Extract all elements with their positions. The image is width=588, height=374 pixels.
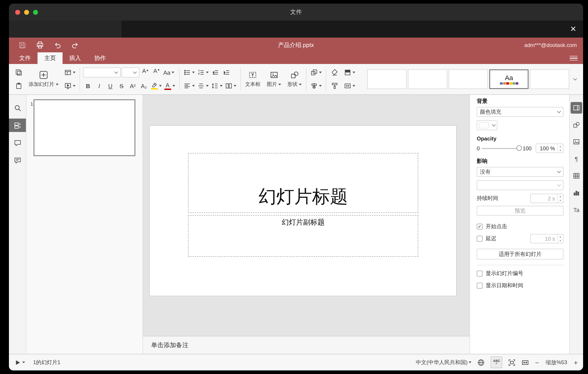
transition-effect-select[interactable]: 没有 bbox=[477, 167, 563, 177]
theme-option[interactable] bbox=[530, 69, 569, 89]
zoom-out-button[interactable]: − bbox=[535, 359, 539, 366]
preview-button[interactable]: 预览 bbox=[477, 206, 563, 216]
copy-button[interactable] bbox=[13, 67, 24, 78]
background-color-picker[interactable] bbox=[477, 120, 497, 130]
table-settings-button[interactable] bbox=[571, 170, 582, 182]
spinner-down-icon[interactable]: ▼ bbox=[558, 239, 563, 243]
opacity-spinner[interactable]: 100 % ▲▼ bbox=[536, 143, 563, 153]
superscript-button[interactable]: A² bbox=[127, 81, 138, 91]
slide-settings-button[interactable] bbox=[571, 102, 582, 114]
notes-area[interactable]: 单击添加备注 bbox=[143, 336, 470, 354]
chart-settings-button[interactable] bbox=[571, 187, 582, 199]
comments-panel-button[interactable] bbox=[9, 136, 26, 149]
slider-track[interactable] bbox=[482, 148, 521, 149]
subscript-button[interactable]: A₂ bbox=[139, 81, 149, 91]
language-select[interactable]: 中文(中华人民共和国) bbox=[416, 359, 472, 366]
close-icon[interactable]: ✕ bbox=[570, 25, 577, 33]
show-slide-number-checkbox[interactable] bbox=[477, 271, 483, 276]
theme-option[interactable] bbox=[449, 69, 488, 89]
minimize-traffic-light[interactable] bbox=[24, 10, 29, 14]
theme-gallery-expand-button[interactable] bbox=[571, 69, 579, 89]
apply-to-all-slides-button[interactable]: 适用于所有幻灯片 bbox=[477, 249, 563, 259]
bullets-button[interactable] bbox=[182, 67, 196, 78]
color-scheme-button[interactable] bbox=[343, 67, 356, 78]
font-color-button[interactable]: A bbox=[163, 81, 176, 91]
horizontal-align-button[interactable] bbox=[182, 81, 196, 91]
delay-spinner[interactable]: 10 s ▲▼ bbox=[530, 234, 563, 243]
increase-font-size-button[interactable]: A▴ bbox=[140, 67, 150, 78]
insert-shape-button[interactable]: 形状 bbox=[284, 65, 305, 93]
slide-size-button[interactable] bbox=[343, 81, 356, 91]
insert-textbox-button[interactable]: 文本框 bbox=[242, 65, 264, 93]
set-document-language-button[interactable] bbox=[477, 359, 485, 366]
transition-variant-select[interactable] bbox=[477, 180, 563, 190]
theme-option[interactable] bbox=[367, 69, 407, 89]
zoom-traffic-light[interactable] bbox=[33, 10, 38, 14]
image-settings-button[interactable] bbox=[571, 136, 582, 148]
align-shape-button[interactable] bbox=[310, 81, 323, 91]
insert-image-button[interactable]: 图片 bbox=[264, 65, 284, 93]
add-slide-button[interactable]: 添加幻灯片 bbox=[25, 65, 62, 93]
textart-settings-button[interactable]: Ta bbox=[571, 204, 582, 216]
tab-collaboration[interactable]: 协作 bbox=[88, 52, 113, 64]
highlight-color-button[interactable] bbox=[150, 81, 162, 91]
font-size-select[interactable] bbox=[121, 67, 139, 77]
start-slideshow-status-button[interactable] bbox=[14, 359, 25, 366]
strikethrough-button[interactable]: S bbox=[116, 81, 127, 91]
chat-panel-button[interactable] bbox=[9, 154, 26, 167]
spinner-down-icon[interactable]: ▼ bbox=[558, 198, 563, 203]
undo-button[interactable] bbox=[54, 41, 61, 49]
tab-home[interactable]: 主页 bbox=[38, 52, 63, 64]
subtitle-placeholder[interactable]: 幻灯片副标题 bbox=[188, 215, 418, 257]
arrange-shape-button[interactable] bbox=[310, 67, 323, 78]
start-on-click-checkbox[interactable]: ✓ bbox=[477, 224, 483, 230]
change-layout-button[interactable] bbox=[63, 67, 76, 78]
title-placeholder[interactable]: 幻灯片标题 bbox=[188, 153, 418, 213]
show-datetime-checkbox[interactable] bbox=[477, 283, 483, 288]
slider-knob[interactable] bbox=[516, 145, 522, 151]
bold-button[interactable]: B bbox=[83, 81, 93, 91]
slide-thumbnail[interactable] bbox=[33, 99, 135, 156]
decrease-font-size-button[interactable]: A▾ bbox=[151, 67, 161, 78]
background-fill-select[interactable]: 颜色填充 bbox=[477, 107, 563, 117]
increase-indent-button[interactable] bbox=[221, 67, 232, 78]
zoom-in-button[interactable]: + bbox=[574, 359, 578, 366]
copy-style-button[interactable] bbox=[329, 81, 340, 91]
search-panel-button[interactable] bbox=[9, 101, 26, 115]
line-spacing-button[interactable] bbox=[210, 81, 223, 91]
decrease-indent-button[interactable] bbox=[210, 67, 220, 78]
redo-button[interactable] bbox=[72, 41, 79, 49]
close-traffic-light[interactable] bbox=[15, 10, 20, 14]
spinner-down-icon[interactable]: ▼ bbox=[558, 148, 563, 153]
paste-button[interactable] bbox=[13, 81, 24, 91]
change-case-button[interactable]: Aa bbox=[162, 67, 175, 78]
clear-style-button[interactable] bbox=[329, 67, 340, 78]
vertical-align-button[interactable] bbox=[196, 81, 209, 91]
columns-button[interactable] bbox=[224, 81, 237, 91]
theme-option[interactable] bbox=[408, 69, 447, 89]
tab-insert[interactable]: 插入 bbox=[63, 52, 88, 64]
shape-settings-button[interactable] bbox=[571, 119, 582, 131]
paragraph-settings-button[interactable]: ¶ bbox=[571, 153, 582, 165]
slide[interactable]: 幻灯片标题 幻灯片副标题 bbox=[150, 126, 456, 296]
fit-slide-button[interactable] bbox=[508, 359, 516, 366]
spinner-up-icon[interactable]: ▲ bbox=[558, 144, 563, 148]
view-settings-button[interactable] bbox=[570, 55, 578, 62]
spell-check-toggle[interactable]: ABC ✓ bbox=[491, 357, 503, 368]
spinner-up-icon[interactable]: ▲ bbox=[558, 234, 563, 239]
start-slideshow-button[interactable] bbox=[63, 81, 76, 91]
font-name-select[interactable] bbox=[83, 67, 120, 77]
save-button[interactable] bbox=[19, 41, 26, 49]
opacity-slider[interactable] bbox=[482, 145, 521, 151]
slides-panel-button[interactable] bbox=[9, 119, 26, 132]
numbering-button[interactable] bbox=[196, 67, 209, 78]
spinner-up-icon[interactable]: ▲ bbox=[558, 194, 563, 198]
duration-spinner[interactable]: 2 s ▲▼ bbox=[530, 194, 563, 203]
delay-checkbox[interactable] bbox=[477, 236, 483, 242]
print-button[interactable] bbox=[36, 41, 44, 49]
italic-button[interactable]: I bbox=[94, 81, 104, 91]
tab-file[interactable]: 文件 bbox=[12, 52, 38, 64]
underline-button[interactable]: U bbox=[105, 81, 116, 91]
theme-option-selected[interactable]: Aa bbox=[489, 69, 529, 89]
fit-width-button[interactable] bbox=[522, 359, 529, 366]
